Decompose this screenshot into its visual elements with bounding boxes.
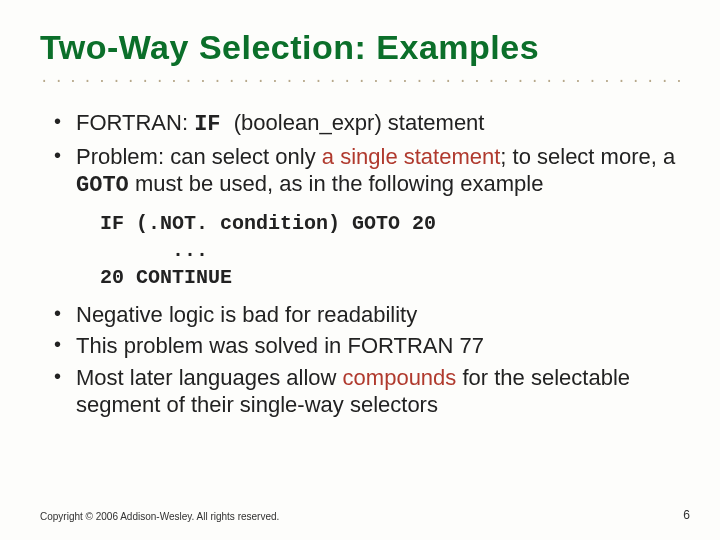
text: (boolean_expr) statement xyxy=(234,110,485,135)
highlight-text: a single statement xyxy=(322,144,501,169)
bullet-item: Most later languages allow compounds for… xyxy=(48,364,676,419)
text: This problem was solved in FORTRAN 77 xyxy=(76,333,484,358)
text: Most later languages allow xyxy=(76,365,343,390)
text: ; to select more, a xyxy=(500,144,675,169)
bullet-item: Problem: can select only a single statem… xyxy=(48,143,676,200)
bullet-list: Negative logic is bad for readability Th… xyxy=(40,301,680,419)
text: must be used, as in the following exampl… xyxy=(129,171,544,196)
divider-dots: ........................................… xyxy=(40,73,680,87)
bullet-item: Negative logic is bad for readability xyxy=(48,301,676,329)
code-inline: IF xyxy=(194,112,234,137)
page-number: 6 xyxy=(683,508,690,522)
code-block: IF (.NOT. condition) GOTO 20 ... 20 CONT… xyxy=(100,210,680,291)
text: Problem: can select only xyxy=(76,144,322,169)
code-line: 20 CONTINUE xyxy=(100,266,232,289)
bullet-item: FORTRAN: IF (boolean_expr) statement xyxy=(48,109,676,139)
slide-title: Two-Way Selection: Examples xyxy=(40,28,680,67)
code-inline: GOTO xyxy=(76,173,129,198)
copyright-footer: Copyright © 2006 Addison-Wesley. All rig… xyxy=(40,511,279,522)
slide: Two-Way Selection: Examples ............… xyxy=(0,0,720,540)
bullet-list: FORTRAN: IF (boolean_expr) statement Pro… xyxy=(40,109,680,200)
text: Negative logic is bad for readability xyxy=(76,302,417,327)
code-line: ... xyxy=(100,239,208,262)
highlight-text: compounds xyxy=(343,365,457,390)
text: FORTRAN: xyxy=(76,110,194,135)
code-line: IF (.NOT. condition) GOTO 20 xyxy=(100,212,436,235)
bullet-item: This problem was solved in FORTRAN 77 xyxy=(48,332,676,360)
